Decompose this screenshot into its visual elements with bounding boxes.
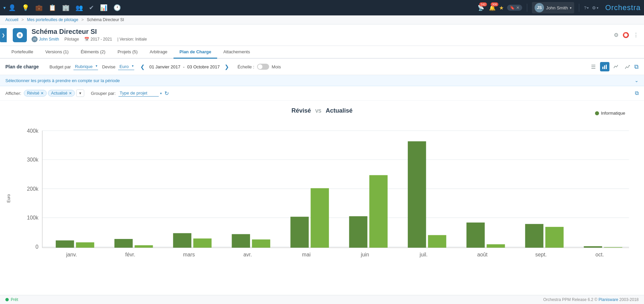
more-options-icon[interactable]: ⋮ <box>633 32 639 38</box>
page-actions: ⚙ ⭕ ⋮ <box>614 32 639 38</box>
grouper-label: Grouper par: <box>91 91 116 96</box>
bar-sept-revised <box>525 224 543 248</box>
scale-group: Échelle : Mois <box>238 64 281 70</box>
pie-chart-icon[interactable]: ⭕ <box>623 32 629 38</box>
collapse-toggle[interactable]: ▾ <box>3 5 6 10</box>
tab-versions[interactable]: Versions (1) <box>39 46 75 59</box>
tab-portefeuille[interactable]: Portefeuille <box>5 46 39 59</box>
svg-rect-2 <box>606 65 607 69</box>
groupby-select: ▾ <box>118 90 162 97</box>
devise-select-wrapper: Euro <box>118 63 134 70</box>
user-menu[interactable]: JS John Smith ▾ <box>532 2 574 13</box>
sidebar-toggle[interactable]: ❯ <box>0 28 7 42</box>
devise-group: Devise Euro <box>102 63 134 70</box>
afficher-dropdown-button[interactable]: ▾ <box>76 89 84 97</box>
scale-toggle[interactable] <box>257 64 269 70</box>
line-chart-view-button[interactable] <box>611 62 621 71</box>
svg-text:févr.: févr. <box>125 252 135 257</box>
chart-nav-icon[interactable]: 📊 <box>100 4 107 11</box>
chart-vs: vs <box>315 107 321 114</box>
tabs-bar: Portefeuille Versions (1) Éléments (2) P… <box>0 46 644 59</box>
check-nav-icon[interactable]: ✔ <box>89 4 94 11</box>
breadcrumb-portefeuilles[interactable]: Mes portefeuilles de pilotage <box>27 17 78 22</box>
afficher-tags: Révisé ✕ Actualisé ✕ ▾ <box>24 89 84 97</box>
legend-label-informatique: Informatique <box>601 111 625 116</box>
budget-par-select-wrapper: Rubrique <box>73 63 98 70</box>
project-selector-toggle[interactable]: ⌄ <box>635 78 639 83</box>
tag-actualise: Actualisé ✕ <box>48 90 75 97</box>
tab-attachements[interactable]: Attachements <box>217 46 256 59</box>
svg-text:400k: 400k <box>27 128 38 134</box>
tab-elements[interactable]: Éléments (2) <box>75 46 111 59</box>
date-prev-button[interactable]: ❮ <box>138 63 147 71</box>
date-next-button[interactable]: ❯ <box>222 63 231 71</box>
breadcrumb-sep1: > <box>21 17 24 22</box>
bar-chart-view-button[interactable] <box>600 62 609 71</box>
y-axis-label: Euro <box>5 121 12 276</box>
status-area: Prêt <box>5 297 18 302</box>
svg-text:juin: juin <box>360 252 369 257</box>
settings-button[interactable]: ⚙ ▾ <box>592 5 598 10</box>
favorites-star-icon[interactable]: ★ <box>499 5 504 11</box>
header-avatar: JS <box>32 36 38 42</box>
project-selector-link[interactable]: Sélectionner les projets à prendre en co… <box>5 78 120 83</box>
pdc-section-title: Plan de charge <box>5 64 39 69</box>
briefcase-nav-icon[interactable]: 💼 <box>35 4 43 11</box>
people-nav-icon[interactable]: 👥 <box>76 4 83 11</box>
chart-svg-area: Euro 400k 3 <box>5 121 639 276</box>
lightbulb-nav-icon[interactable]: 💡 <box>22 4 29 11</box>
bar-sept-actual <box>545 227 563 248</box>
clock-nav-icon[interactable]: 🕐 <box>113 4 121 11</box>
separator2 <box>579 4 579 12</box>
date-to: 03 Octobre 2017 <box>187 64 220 69</box>
help-button[interactable]: ? ▾ <box>584 5 589 10</box>
svg-text:0: 0 <box>36 244 39 250</box>
echelle-label: Échelle : <box>238 64 254 69</box>
afficher-group: Afficher: Révisé ✕ Actualisé ✕ ▾ <box>5 89 84 97</box>
bar-fevr-revised <box>114 239 133 248</box>
list-view-button[interactable]: ☰ <box>589 62 598 71</box>
afficher-label: Afficher: <box>5 91 21 96</box>
period-label: 📅 2017 - 2021 <box>84 37 112 42</box>
grouper-input[interactable] <box>118 90 159 97</box>
person-nav-icon[interactable]: 👤 <box>8 4 16 11</box>
project-selector: Sélectionner les projets à prendre en co… <box>0 75 644 86</box>
svg-text:juil.: juil. <box>419 252 428 257</box>
bell-notification[interactable]: 🔔 306 <box>489 4 496 11</box>
planisware-link[interactable]: Planisware <box>599 297 618 302</box>
remove-actualise-button[interactable]: ✕ <box>69 91 72 96</box>
app-logo: Orchestra <box>605 3 641 12</box>
active-session-tag[interactable]: 🔖 ✕ <box>507 5 522 11</box>
header-user-link[interactable]: JS John Smith <box>32 36 59 42</box>
svg-text:janv.: janv. <box>66 252 77 257</box>
user-menu-chevron-icon: ▾ <box>570 6 572 10</box>
export-button[interactable]: ⧉ <box>635 90 639 96</box>
tab-arbitrage[interactable]: Arbitrage <box>144 46 174 59</box>
refresh-button[interactable]: ↻ <box>164 90 169 97</box>
tab-projets[interactable]: Projets (5) <box>111 46 144 59</box>
remove-revise-button[interactable]: ✕ <box>41 91 44 96</box>
chart-inner: 400k 300k 200k 100k 0 <box>13 121 639 276</box>
tag-icon: 🔖 <box>510 5 515 10</box>
calendar-icon: 📅 <box>84 37 89 42</box>
main-content: Plan de charge Budget par Rubrique Devis… <box>0 59 644 302</box>
budget-par-select[interactable]: Rubrique <box>73 63 98 70</box>
rss-notification[interactable]: 📡 242 <box>478 4 484 11</box>
bar-mars-revised <box>173 233 191 248</box>
devise-select[interactable]: Euro <box>118 63 134 70</box>
bar-avr-actual <box>252 239 270 248</box>
bar-oct-actual <box>604 247 622 247</box>
svg-text:mai: mai <box>302 252 310 257</box>
tag-close-icon[interactable]: ✕ <box>516 5 519 10</box>
expand-button[interactable]: ⧉ <box>634 63 639 70</box>
gear-icon[interactable]: ⚙ <box>614 32 618 38</box>
date-from: 01 Janvier 2017 <box>149 64 181 69</box>
breadcrumb-accueil[interactable]: Accueil <box>5 17 18 22</box>
devise-label: Devise <box>102 64 115 69</box>
separator <box>527 4 527 12</box>
area-chart-view-button[interactable] <box>623 62 632 71</box>
svg-text:août: août <box>477 252 488 257</box>
tab-plan-de-charge[interactable]: Plan de Charge <box>174 46 217 59</box>
clipboard-nav-icon[interactable]: 📋 <box>49 4 56 11</box>
hierarchy-nav-icon[interactable]: 🏢 <box>62 4 69 11</box>
